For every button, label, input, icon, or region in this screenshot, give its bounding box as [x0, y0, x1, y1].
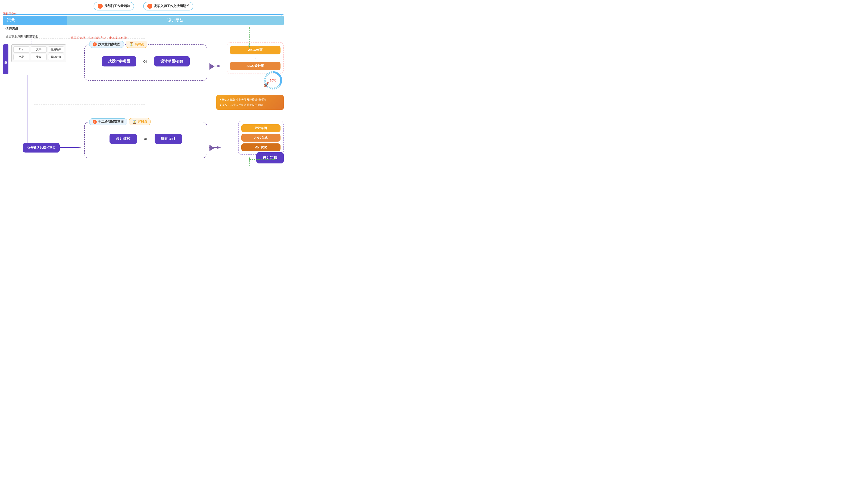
demands-grid: 尺寸 文字 使用场景 产品 受众 截稿时间	[11, 44, 66, 62]
flow2-option2: 细化设计	[155, 134, 182, 144]
design-optimize: 设计优化	[241, 143, 280, 151]
flow2-problem: 手工绘制线稿草图	[98, 120, 123, 124]
problem-badge-1: ! 找大量的参考图	[89, 41, 124, 48]
flow2-option1: 设计建模	[109, 134, 137, 144]
right-container-top: AIGC绘画 ↓ AIGC设计图	[227, 42, 284, 74]
arrow-flow2-right	[209, 145, 214, 151]
svg-marker-1	[282, 14, 284, 15]
right-container-bottom: 设计草图 AIGC生成 设计优化	[238, 121, 284, 155]
badge-handover-text: 离职入职工作交接周期长	[154, 4, 189, 8]
warning-icon-1: !	[98, 4, 103, 9]
biz-demands-label: 业务诉求	[3, 44, 9, 74]
flow1-or: or	[143, 59, 147, 64]
problem-badge-2: ! 手工绘制线稿草图	[89, 118, 127, 125]
demand-deadline: 截稿时间	[48, 54, 64, 60]
demand-text: 文字	[31, 47, 47, 53]
benefit-1: 极大地缩短找参考图及建模设计时间	[222, 98, 266, 101]
benefit-2: 减少了与业务反复沟通确认的时间	[222, 103, 263, 107]
benefits-box: ● 极大地缩短找参考图及建模设计时间 ● 减少了与业务反复沟通确认的时间	[216, 95, 284, 110]
svg-marker-8	[79, 147, 81, 148]
arrow-flow1-right	[209, 63, 214, 70]
design-team-title: 设计团队	[167, 18, 183, 23]
demands-container: 尺寸 文字 使用场景 产品 受众 截稿时间	[11, 44, 66, 62]
demand-audience: 受众	[31, 54, 47, 60]
rocket-icon: 🚀	[263, 82, 269, 88]
biz-confirm-box: 业务确认风格和草图	[23, 143, 60, 152]
operations-title: 运营	[7, 18, 15, 23]
flow1-problem: 找大量的参考图	[98, 42, 120, 47]
problem-icon-2: !	[93, 120, 97, 124]
delivery-label: 设计图交付	[3, 12, 17, 16]
flow1-time: 耗时点	[135, 42, 144, 47]
flow-box-2: ! 手工绘制线稿草图 ⏳ 耗时点 设计建模 or 细化设计	[84, 122, 207, 158]
main-container: ! 跨部门工作量增加 ! 离职入职工作交接周期长 设计图交付 运营 设计团队 运…	[0, 0, 287, 168]
badge-handover: ! 离职入职工作交接周期长	[143, 2, 193, 11]
flow2-time: 耗时点	[138, 120, 147, 124]
aigc-design: AIGC设计图	[230, 62, 280, 70]
flow2-content: 设计建模 or 细化设计	[85, 122, 207, 151]
warning-icon-2: !	[147, 4, 152, 9]
aigc-generate: AIGC生成	[241, 134, 280, 142]
demand-product: 产品	[13, 54, 29, 60]
percent-value: 60%	[270, 79, 276, 82]
top-badges-container: ! 跨部门工作量增加 ! 离职入职工作交接周期长	[0, 2, 287, 11]
time-badge-2: ⏳ 耗时点	[129, 118, 151, 125]
percent-circle-container: 60% 🚀	[263, 70, 283, 91]
header-design: 设计团队	[67, 16, 284, 25]
badge-workload-text: 跨部门工作量增加	[105, 4, 130, 8]
flow1-option2: 设计草图/初稿	[154, 56, 190, 66]
badge-workload: ! 跨部门工作量增加	[94, 2, 134, 11]
svg-marker-12	[218, 146, 221, 149]
flow1-content: 找设计参考图 or 设计草图/初稿	[85, 45, 207, 73]
flow-box-1: ! 找大量的参考图 ⏳ 耗时点 找设计参考图 or 设计草图/初稿	[84, 44, 207, 81]
demand-scene: 使用场景	[48, 47, 64, 53]
design-final: 设计定稿	[256, 152, 284, 163]
svg-marker-10	[218, 65, 221, 67]
header-row: 运营 设计团队	[3, 16, 284, 25]
svg-marker-16	[248, 157, 250, 159]
flow1-option1: 找设计参考图	[102, 56, 136, 66]
flow2-or: or	[144, 136, 148, 141]
time-badge-1: ⏳ 耗时点	[126, 41, 147, 48]
problem-icon-1: !	[93, 42, 97, 47]
ops-needs-title: 运营需求	[5, 27, 18, 31]
design-draft: 设计草图	[241, 124, 280, 132]
biz-intent: 提出商业意图与图形要求	[5, 35, 38, 39]
note-text: 简单的素材，内部自己完成，也不是不可能	[70, 36, 127, 40]
aigc-draw: AIGC绘画	[230, 46, 280, 54]
demand-size: 尺寸	[13, 47, 29, 53]
header-operations: 运营	[3, 16, 67, 25]
